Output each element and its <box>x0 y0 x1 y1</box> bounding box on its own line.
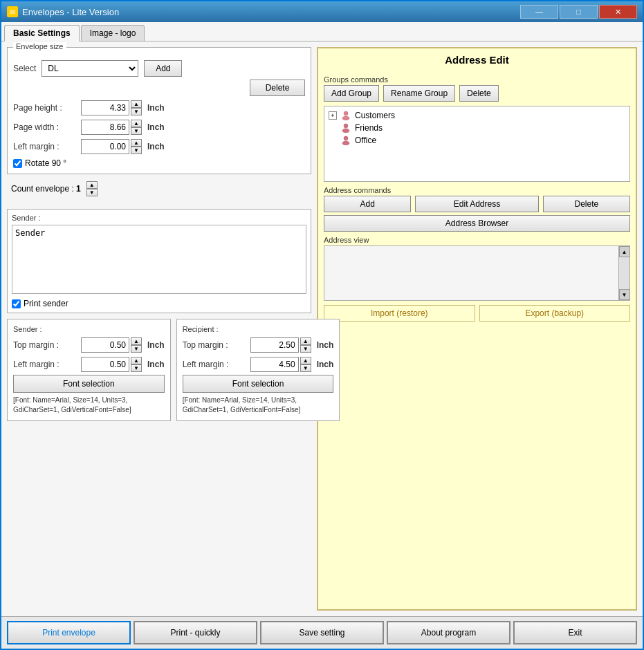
title-bar-left: ✉ Envelopes - Lite Version <box>7 6 119 17</box>
print-sender-row: Print sender <box>12 299 306 308</box>
sender-font-info: [Font: Name=Arial, Size=14, Units=3, Gdi… <box>13 396 165 415</box>
address-view-section: Address view ▲ ▼ <box>324 236 630 301</box>
tree-item-office[interactable]: Office <box>327 134 627 147</box>
about-program-button[interactable]: About program <box>387 621 510 644</box>
groups-commands-section: Groups commands Add Group Rename Group D… <box>324 75 630 102</box>
recipient-top-input[interactable] <box>250 337 299 353</box>
restore-button[interactable]: □ <box>560 5 598 19</box>
rotate-checkbox[interactable] <box>13 159 22 168</box>
address-commands-label: Address commands <box>324 186 630 194</box>
delete-group-button[interactable]: Delete <box>459 85 499 102</box>
address-browser-button[interactable]: Address Browser <box>324 215 630 232</box>
address-commands-row: Add Edit Address Delete <box>324 196 630 212</box>
page-width-input[interactable] <box>81 120 129 135</box>
sender-left-up[interactable]: ▲ <box>131 357 142 364</box>
page-height-input[interactable] <box>81 100 129 115</box>
sender-font-button[interactable]: Font selection <box>13 375 165 393</box>
left-margin-unit: Inch <box>147 142 165 151</box>
page-width-row: Page width : ▲ ▼ Inch <box>13 120 305 135</box>
page-width-down[interactable]: ▼ <box>131 127 142 135</box>
page-height-row: Page height : ▲ ▼ Inch <box>13 100 305 115</box>
recipient-top-spinbtns: ▲ ▼ <box>300 337 311 353</box>
count-down[interactable]: ▼ <box>86 189 98 196</box>
address-view-scrollbar[interactable]: ▲ ▼ <box>618 246 629 300</box>
recipient-left-input[interactable] <box>250 357 299 372</box>
sender-top-down[interactable]: ▼ <box>131 345 142 353</box>
sender-textarea[interactable] <box>12 225 306 294</box>
tab-basic-settings[interactable]: Basic Settings <box>4 25 80 41</box>
sender-left-unit: Inch <box>147 360 165 369</box>
address-view-area[interactable]: ▲ ▼ <box>324 245 630 301</box>
recipient-left-unit: Inch <box>317 360 334 369</box>
rename-group-button[interactable]: Rename Group <box>383 85 455 102</box>
address-commands-section: Address commands Add Edit Address Delete… <box>324 186 630 232</box>
page-height-up[interactable]: ▲ <box>131 100 142 108</box>
exit-button[interactable]: Exit <box>513 621 637 644</box>
delete-address-button[interactable]: Delete <box>543 196 630 212</box>
recipient-font-button[interactable]: Font selection <box>183 375 334 393</box>
sender-top-input[interactable] <box>81 337 129 353</box>
count-up[interactable]: ▲ <box>86 181 98 189</box>
sender-section-label: Sender : <box>12 214 306 222</box>
left-margin-input[interactable] <box>81 139 129 154</box>
sender-margins-title: Sender : <box>13 325 165 333</box>
page-height-spinbtns: ▲ ▼ <box>131 100 142 115</box>
print-envelope-button[interactable]: Print envelope <box>7 621 131 644</box>
sender-top-spinner: ▲ ▼ <box>81 337 142 353</box>
tab-image-logo[interactable]: Image - logo <box>81 25 145 41</box>
scroll-up-arrow[interactable]: ▲ <box>619 246 630 257</box>
sender-left-down[interactable]: ▼ <box>131 364 142 372</box>
content-area: Envelope size Select DL C5 C4 C6 10 Cust… <box>1 41 643 616</box>
friends-label: Friends <box>355 123 383 133</box>
left-margin-spinner: ▲ ▼ <box>81 139 142 154</box>
sender-left-input[interactable] <box>81 357 129 372</box>
export-button[interactable]: Export (backup) <box>479 305 631 322</box>
edit-address-button[interactable]: Edit Address <box>415 196 538 212</box>
recipient-top-unit: Inch <box>317 340 334 350</box>
recipient-left-up[interactable]: ▲ <box>300 357 311 364</box>
recipient-left-down[interactable]: ▼ <box>300 364 311 372</box>
add-address-button[interactable]: Add <box>324 196 411 212</box>
sender-top-unit: Inch <box>147 340 165 350</box>
page-height-down[interactable]: ▼ <box>131 108 142 115</box>
groups-commands-label: Groups commands <box>324 75 630 84</box>
delete-envelope-button[interactable]: Delete <box>250 80 305 96</box>
recipient-top-down[interactable]: ▼ <box>300 345 311 353</box>
add-group-button[interactable]: Add Group <box>324 85 379 102</box>
add-envelope-button[interactable]: Add <box>144 60 182 77</box>
office-icon <box>340 136 352 145</box>
group-tree[interactable]: + Customers Frie <box>324 106 630 182</box>
recipient-left-spinbtns: ▲ ▼ <box>300 357 311 372</box>
left-margin-down[interactable]: ▼ <box>131 147 142 154</box>
customers-icon <box>340 111 352 120</box>
left-margin-up[interactable]: ▲ <box>131 139 142 147</box>
scroll-down-arrow[interactable]: ▼ <box>619 289 630 300</box>
office-label: Office <box>355 136 376 145</box>
page-width-up[interactable]: ▲ <box>131 120 142 127</box>
svg-point-3 <box>342 129 349 133</box>
envelope-select[interactable]: DL C5 C4 C6 10 Custom <box>42 60 138 77</box>
recipient-left-margin-row: Left margin : ▲ ▼ Inch <box>183 357 334 372</box>
tree-item-friends[interactable]: Friends <box>327 122 627 134</box>
minimize-button[interactable]: — <box>520 5 558 19</box>
recipient-left-margin-label: Left margin : <box>183 360 245 369</box>
recipient-top-up[interactable]: ▲ <box>300 337 311 345</box>
print-sender-checkbox[interactable] <box>12 299 21 308</box>
sender-margins-box: Sender : Top margin : ▲ ▼ Inch <box>7 319 171 421</box>
recipient-top-spinner: ▲ ▼ <box>250 337 311 353</box>
page-height-spinner: ▲ ▼ <box>81 100 142 115</box>
print-quickly-button[interactable]: Print - quickly <box>134 621 257 644</box>
rotate-label: Rotate 90 ° <box>25 158 66 168</box>
svg-point-5 <box>342 141 349 145</box>
select-label: Select <box>13 64 36 73</box>
envelope-size-title: Envelope size <box>13 42 66 50</box>
import-button[interactable]: Import (restore) <box>324 305 475 322</box>
page-width-spinbtns: ▲ ▼ <box>131 120 142 135</box>
expand-customers[interactable]: + <box>329 111 337 120</box>
sender-top-up[interactable]: ▲ <box>131 337 142 345</box>
save-setting-button[interactable]: Save setting <box>260 621 384 644</box>
left-margin-label: Left margin : <box>13 142 75 151</box>
close-button[interactable]: ✕ <box>599 5 637 19</box>
tree-item-customers[interactable]: + Customers <box>327 109 627 122</box>
envelope-size-group: Envelope size Select DL C5 C4 C6 10 Cust… <box>7 47 311 174</box>
